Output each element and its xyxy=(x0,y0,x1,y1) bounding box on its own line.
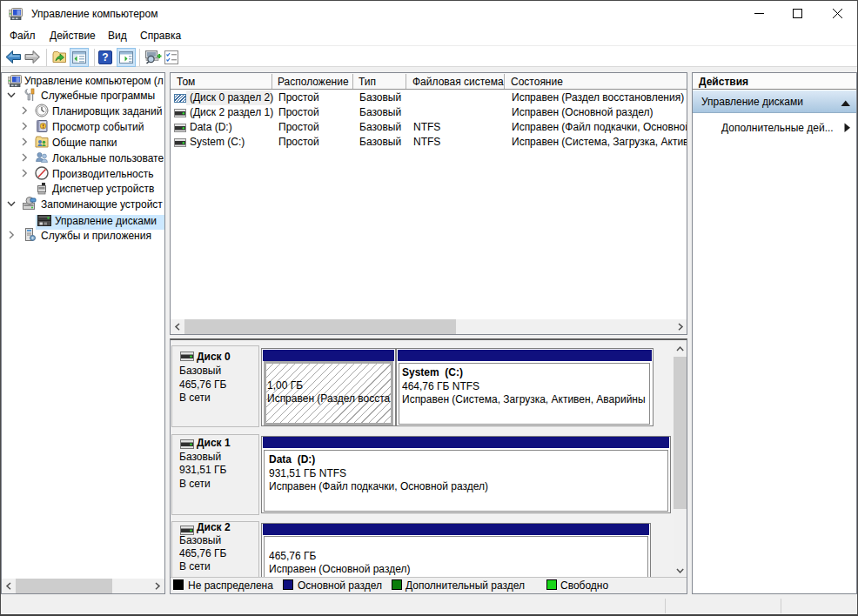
svg-text:?: ? xyxy=(102,51,108,64)
